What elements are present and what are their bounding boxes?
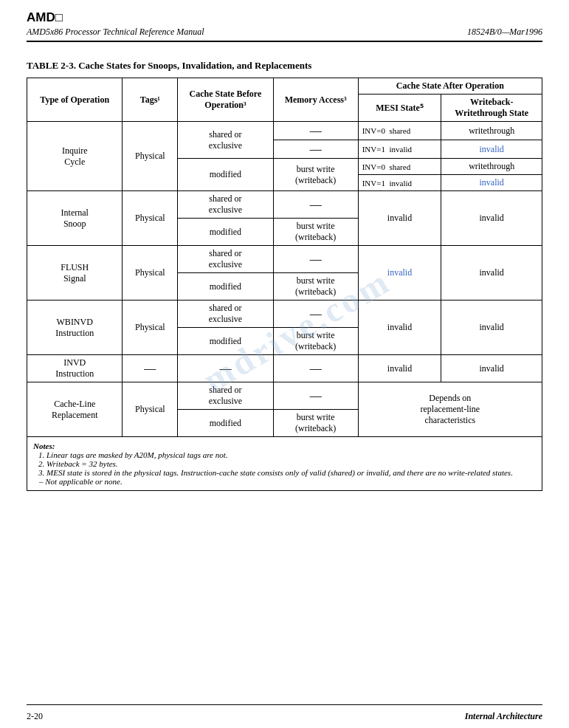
td-inv0-shared-mesi-2: INV=0 shared <box>358 159 441 175</box>
td-burst-write-5: burst write(writeback) <box>273 410 358 437</box>
td-dash-invd-memory: — <box>273 355 358 382</box>
td-modified-1: modified <box>178 159 273 191</box>
td-shared-exclusive-5: shared orexclusive <box>178 382 273 410</box>
td-inv0-shared-mesi: INV=0 shared <box>358 122 441 140</box>
td-inv1-invalid-wb: invalid <box>441 140 542 159</box>
page-header: AMD□ AMD5x86 Processor Technical Referen… <box>27 0 542 42</box>
doc-number: 18524B/0—Mar1996 <box>467 27 542 38</box>
td-shared-exclusive-4: shared orexclusive <box>178 301 273 328</box>
main-content: TABLE 2-3. Cache States for Snoops, Inva… <box>27 44 542 704</box>
td-burst-write-1: burst write(writeback) <box>273 159 358 191</box>
th-tags: Tags¹ <box>123 78 178 122</box>
td-burst-write-4: burst write(writeback) <box>273 328 358 355</box>
td-invalid-wb-wbinvd: invalid <box>441 301 542 355</box>
td-inv1-invalid-wb-2: invalid <box>441 175 542 191</box>
td-physical-2: Physical <box>123 191 178 246</box>
th-cache-state-after: Cache State After Operation <box>358 78 542 95</box>
th-mesi-state: MESI State⁵ <box>358 95 441 122</box>
td-invalid-wb-invd: invalid <box>441 355 542 382</box>
th-writeback-writethrough: Writeback- Writethrough State <box>441 95 542 122</box>
td-internal-snoop: InternalSnoop <box>27 191 123 246</box>
td-inquire-cycle: InquireCycle <box>27 122 123 191</box>
td-inv1-invalid-mesi-2: INV=1 invalid <box>358 175 441 191</box>
table-row: InternalSnoop Physical shared orexclusiv… <box>27 191 542 219</box>
notes-title: Notes: <box>33 442 536 450</box>
td-invalid-mesi-invd: invalid <box>358 355 441 382</box>
table-row: INVDInstruction — — — invalid invalid <box>27 355 542 382</box>
td-wbinvd: WBINVDInstruction <box>27 301 123 355</box>
td-burst-write-2: burst write(writeback) <box>273 219 358 246</box>
td-modified-4: modified <box>178 328 273 355</box>
td-dash-1: — <box>273 122 358 140</box>
th-memory-access: Memory Access³ <box>273 78 358 122</box>
td-invalid-mesi-flush: invalid <box>358 246 441 301</box>
td-inv0-shared-wb-2: writethrough <box>441 159 542 175</box>
td-physical-4: Physical <box>123 301 178 355</box>
footer-section-title: Internal Architecture <box>465 711 542 722</box>
td-dash-invd-before: — <box>178 355 273 382</box>
notes-section: Notes: Linear tags are masked by A20M, p… <box>27 437 542 491</box>
cache-states-table: Type of Operation Tags¹ Cache State Befo… <box>27 78 542 437</box>
td-shared-exclusive-1: shared orexclusive <box>178 122 273 159</box>
td-dash-3: — <box>273 191 358 219</box>
dash-note: – Not applicable or none. <box>39 477 536 486</box>
th-cache-state-before: Cache State Before Operation³ <box>178 78 273 122</box>
td-invd: INVDInstruction <box>27 355 123 382</box>
td-physical-1: Physical <box>123 122 178 191</box>
logo-text: AMD□ <box>27 10 63 24</box>
manual-title: AMD5x86 Processor Technical Reference Ma… <box>27 27 204 38</box>
table-row: Cache-LineReplacement Physical shared or… <box>27 382 542 410</box>
note-1: Linear tags are masked by A20M, physical… <box>46 450 536 459</box>
logo: AMD□ <box>27 10 542 25</box>
td-invalid-mesi-snoop: invalid <box>358 191 441 246</box>
td-cache-line-replacement: Cache-LineReplacement <box>27 382 123 437</box>
td-flush-signal: FLUSHSignal <box>27 246 123 301</box>
table-row: FLUSHSignal Physical shared orexclusive … <box>27 246 542 273</box>
td-dash-5: — <box>273 301 358 328</box>
table-caption: TABLE 2-3. Cache States for Snoops, Inva… <box>27 60 542 72</box>
table-row: InquireCycle Physical shared orexclusive… <box>27 122 542 140</box>
note-2: Writeback = 32 bytes. <box>46 459 536 468</box>
td-modified-2: modified <box>178 219 273 246</box>
footer-page-number: 2-20 <box>27 711 43 722</box>
page-footer: 2-20 Internal Architecture <box>27 704 542 728</box>
td-shared-exclusive-3: shared orexclusive <box>178 246 273 273</box>
td-invalid-wb-snoop: invalid <box>441 191 542 246</box>
header-row-1: Type of Operation Tags¹ Cache State Befo… <box>27 78 542 95</box>
table-row: WBINVDInstruction Physical shared orexcl… <box>27 301 542 328</box>
note-3: MESI state is stored in the physical tag… <box>46 468 536 477</box>
td-dash-6: — <box>273 382 358 410</box>
td-modified-3: modified <box>178 273 273 301</box>
td-physical-5: Physical <box>123 382 178 437</box>
td-shared-exclusive-2: shared orexclusive <box>178 191 273 219</box>
td-invalid-mesi-wbinvd: invalid <box>358 301 441 355</box>
td-dash-4: — <box>273 246 358 273</box>
notes-list: Linear tags are masked by A20M, physical… <box>46 450 536 477</box>
td-dash-invd-tags: — <box>123 355 178 382</box>
td-depends-on: Depends onreplacement-linecharacteristic… <box>358 382 542 437</box>
td-inv1-invalid-mesi: INV=1 invalid <box>358 140 441 159</box>
th-type-of-operation: Type of Operation <box>27 78 123 122</box>
header-subtitle: AMD5x86 Processor Technical Reference Ma… <box>27 27 542 41</box>
td-modified-5: modified <box>178 410 273 437</box>
td-invalid-wb-flush: invalid <box>441 246 542 301</box>
td-burst-write-3: burst write(writeback) <box>273 273 358 301</box>
td-dash-2: — <box>273 140 358 159</box>
td-physical-3: Physical <box>123 246 178 301</box>
td-inv0-shared-wb: writethrough <box>441 122 542 140</box>
